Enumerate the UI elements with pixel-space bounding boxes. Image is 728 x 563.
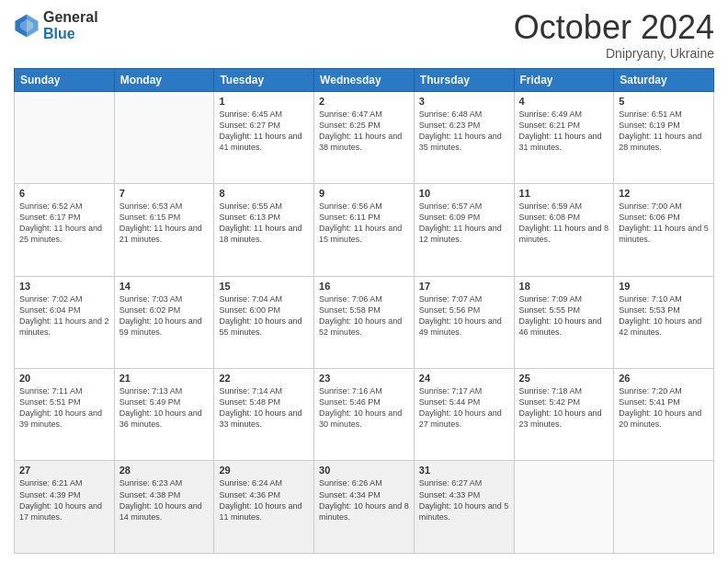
day-cell: 10Sunrise: 6:57 AM Sunset: 6:09 PM Dayli… xyxy=(414,184,514,276)
day-number: 25 xyxy=(519,373,609,384)
calendar-body: 1Sunrise: 6:45 AM Sunset: 6:27 PM Daylig… xyxy=(15,91,714,553)
day-info: Sunrise: 7:16 AM Sunset: 5:46 PM Dayligh… xyxy=(319,385,409,431)
day-cell: 19Sunrise: 7:10 AM Sunset: 5:53 PM Dayli… xyxy=(614,276,714,368)
day-number: 9 xyxy=(319,188,409,199)
page: General Blue October 2024 Dnipryany, Ukr… xyxy=(0,0,728,563)
logo: General Blue xyxy=(14,9,98,41)
day-number: 23 xyxy=(319,373,409,384)
day-cell: 17Sunrise: 7:07 AM Sunset: 5:56 PM Dayli… xyxy=(414,276,514,368)
logo-blue-text: Blue xyxy=(43,26,98,42)
header: General Blue October 2024 Dnipryany, Ukr… xyxy=(14,9,714,61)
col-saturday: Saturday xyxy=(614,68,714,91)
logo-icon xyxy=(14,13,40,39)
title-section: October 2024 Dnipryany, Ukraine xyxy=(514,9,714,61)
day-cell: 25Sunrise: 7:18 AM Sunset: 5:42 PM Dayli… xyxy=(514,369,614,461)
day-cell: 6Sunrise: 6:52 AM Sunset: 6:17 PM Daylig… xyxy=(15,184,115,276)
day-cell: 21Sunrise: 7:13 AM Sunset: 5:49 PM Dayli… xyxy=(114,369,214,461)
day-cell: 3Sunrise: 6:48 AM Sunset: 6:23 PM Daylig… xyxy=(414,91,514,183)
day-cell: 9Sunrise: 6:56 AM Sunset: 6:11 PM Daylig… xyxy=(314,184,415,276)
col-thursday: Thursday xyxy=(414,68,514,91)
day-info: Sunrise: 6:48 AM Sunset: 6:23 PM Dayligh… xyxy=(419,109,509,154)
day-info: Sunrise: 6:56 AM Sunset: 6:11 PM Dayligh… xyxy=(319,201,409,246)
day-info: Sunrise: 6:52 AM Sunset: 6:17 PM Dayligh… xyxy=(19,201,109,246)
day-info: Sunrise: 7:17 AM Sunset: 5:44 PM Dayligh… xyxy=(419,385,509,431)
day-number: 13 xyxy=(19,281,109,292)
day-info: Sunrise: 6:23 AM Sunset: 4:38 PM Dayligh… xyxy=(119,477,210,523)
day-number: 11 xyxy=(519,188,609,199)
day-number: 31 xyxy=(419,465,509,476)
day-info: Sunrise: 6:57 AM Sunset: 6:09 PM Dayligh… xyxy=(419,201,509,246)
col-tuesday: Tuesday xyxy=(214,68,314,91)
day-number: 2 xyxy=(319,96,409,107)
day-number: 27 xyxy=(19,465,109,476)
day-cell: 7Sunrise: 6:53 AM Sunset: 6:15 PM Daylig… xyxy=(114,184,214,276)
day-cell: 26Sunrise: 7:20 AM Sunset: 5:41 PM Dayli… xyxy=(614,369,714,461)
day-info: Sunrise: 6:27 AM Sunset: 4:33 PM Dayligh… xyxy=(419,477,509,523)
location: Dnipryany, Ukraine xyxy=(514,46,714,61)
day-number: 28 xyxy=(119,465,210,476)
day-number: 30 xyxy=(319,465,409,476)
day-number: 21 xyxy=(119,373,210,384)
day-cell: 16Sunrise: 7:06 AM Sunset: 5:58 PM Dayli… xyxy=(314,276,415,368)
day-number: 6 xyxy=(19,188,109,199)
day-info: Sunrise: 6:53 AM Sunset: 6:15 PM Dayligh… xyxy=(119,201,210,246)
day-info: Sunrise: 7:07 AM Sunset: 5:56 PM Dayligh… xyxy=(419,293,509,339)
header-row: Sunday Monday Tuesday Wednesday Thursday… xyxy=(15,68,714,91)
day-cell: 12Sunrise: 7:00 AM Sunset: 6:06 PM Dayli… xyxy=(614,184,714,276)
week-row-5: 27Sunrise: 6:21 AM Sunset: 4:39 PM Dayli… xyxy=(15,461,714,554)
day-info: Sunrise: 7:03 AM Sunset: 6:02 PM Dayligh… xyxy=(119,293,210,339)
day-cell: 20Sunrise: 7:11 AM Sunset: 5:51 PM Dayli… xyxy=(15,369,115,461)
day-info: Sunrise: 7:00 AM Sunset: 6:06 PM Dayligh… xyxy=(619,201,709,246)
day-info: Sunrise: 6:45 AM Sunset: 6:27 PM Dayligh… xyxy=(219,109,309,154)
day-number: 5 xyxy=(619,96,709,107)
day-number: 3 xyxy=(419,96,509,107)
day-cell: 28Sunrise: 6:23 AM Sunset: 4:38 PM Dayli… xyxy=(114,461,214,554)
col-friday: Friday xyxy=(514,68,614,91)
day-number: 15 xyxy=(219,281,309,292)
day-number: 29 xyxy=(219,465,309,476)
calendar-header: Sunday Monday Tuesday Wednesday Thursday… xyxy=(15,68,714,91)
day-cell: 11Sunrise: 6:59 AM Sunset: 6:08 PM Dayli… xyxy=(514,184,614,276)
day-cell: 14Sunrise: 7:03 AM Sunset: 6:02 PM Dayli… xyxy=(114,276,214,368)
day-info: Sunrise: 6:21 AM Sunset: 4:39 PM Dayligh… xyxy=(19,477,109,523)
day-info: Sunrise: 7:06 AM Sunset: 5:58 PM Dayligh… xyxy=(319,293,409,339)
day-number: 20 xyxy=(19,373,109,384)
day-cell: 18Sunrise: 7:09 AM Sunset: 5:55 PM Dayli… xyxy=(514,276,614,368)
day-cell: 4Sunrise: 6:49 AM Sunset: 6:21 PM Daylig… xyxy=(514,91,614,183)
day-number: 1 xyxy=(219,96,309,107)
day-info: Sunrise: 7:20 AM Sunset: 5:41 PM Dayligh… xyxy=(619,385,709,431)
col-monday: Monday xyxy=(114,68,214,91)
month-title: October 2024 xyxy=(514,9,714,46)
day-cell xyxy=(514,461,614,554)
day-number: 16 xyxy=(319,281,409,292)
day-number: 14 xyxy=(119,281,210,292)
day-number: 17 xyxy=(419,281,509,292)
day-info: Sunrise: 7:18 AM Sunset: 5:42 PM Dayligh… xyxy=(519,385,609,431)
day-cell: 29Sunrise: 6:24 AM Sunset: 4:36 PM Dayli… xyxy=(214,461,314,554)
col-wednesday: Wednesday xyxy=(314,68,415,91)
calendar-table: Sunday Monday Tuesday Wednesday Thursday… xyxy=(14,68,714,554)
day-number: 26 xyxy=(619,373,709,384)
day-cell: 27Sunrise: 6:21 AM Sunset: 4:39 PM Dayli… xyxy=(15,461,115,554)
day-info: Sunrise: 7:09 AM Sunset: 5:55 PM Dayligh… xyxy=(519,293,609,339)
day-info: Sunrise: 7:04 AM Sunset: 6:00 PM Dayligh… xyxy=(219,293,309,339)
day-cell: 23Sunrise: 7:16 AM Sunset: 5:46 PM Dayli… xyxy=(314,369,415,461)
day-cell xyxy=(614,461,714,554)
day-cell: 31Sunrise: 6:27 AM Sunset: 4:33 PM Dayli… xyxy=(414,461,514,554)
col-sunday: Sunday xyxy=(15,68,115,91)
day-info: Sunrise: 6:51 AM Sunset: 6:19 PM Dayligh… xyxy=(619,109,709,154)
day-cell: 5Sunrise: 6:51 AM Sunset: 6:19 PM Daylig… xyxy=(614,91,714,183)
day-number: 12 xyxy=(619,188,709,199)
day-number: 4 xyxy=(519,96,609,107)
day-number: 19 xyxy=(619,281,709,292)
day-info: Sunrise: 6:26 AM Sunset: 4:34 PM Dayligh… xyxy=(319,477,409,523)
day-cell xyxy=(15,91,115,183)
week-row-4: 20Sunrise: 7:11 AM Sunset: 5:51 PM Dayli… xyxy=(15,369,714,461)
logo-text: General Blue xyxy=(43,9,98,41)
week-row-2: 6Sunrise: 6:52 AM Sunset: 6:17 PM Daylig… xyxy=(15,184,714,276)
day-cell xyxy=(114,91,214,183)
day-cell: 13Sunrise: 7:02 AM Sunset: 6:04 PM Dayli… xyxy=(15,276,115,368)
day-info: Sunrise: 6:55 AM Sunset: 6:13 PM Dayligh… xyxy=(219,201,309,246)
day-info: Sunrise: 7:13 AM Sunset: 5:49 PM Dayligh… xyxy=(119,385,210,431)
day-cell: 1Sunrise: 6:45 AM Sunset: 6:27 PM Daylig… xyxy=(214,91,314,183)
